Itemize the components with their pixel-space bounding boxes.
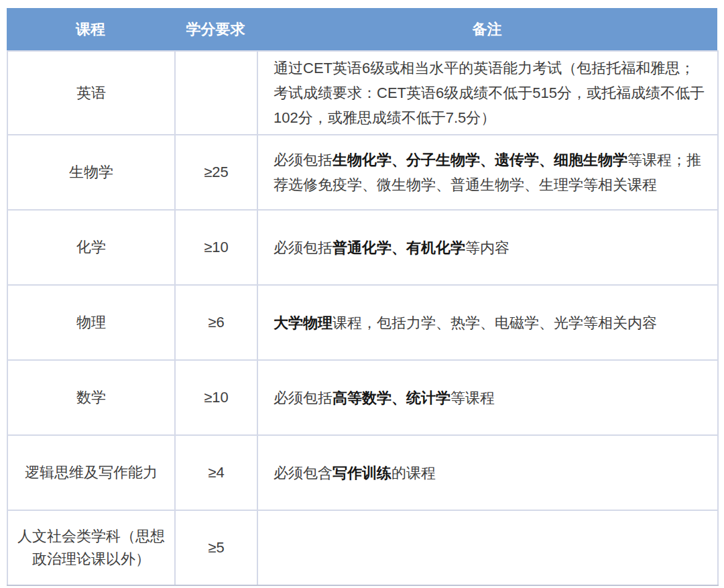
note-cell: 必须包含写作训练的课程 (257, 435, 718, 510)
table-grid: 英语通过CET英语6级或相当水平的英语能力考试（包括托福和雅思；考试成绩要求：C… (7, 50, 719, 586)
course-cell: 英语 (7, 51, 175, 135)
column-header-course: 课程 (7, 8, 174, 50)
note-bold-segment: 大学物理 (274, 314, 333, 331)
table-row: 英语通过CET英语6级或相当水平的英语能力考试（包括托福和雅思；考试成绩要求：C… (7, 51, 718, 135)
note-segment: 等内容 (465, 239, 509, 256)
note-bold-segment: 普通化学、有机化学 (333, 239, 465, 256)
note-cell: 通过CET英语6级或相当水平的英语能力考试（包括托福和雅思；考试成绩要求：CET… (257, 51, 718, 135)
requirements-table: 课程 学分要求 备注 英语通过CET英语6级或相当水平的英语能力考试（包括托福和… (7, 8, 717, 586)
note-cell: 必须包括普通化学、有机化学等内容 (257, 210, 718, 285)
table-row: 生物学≥25必须包括生物化学、分子生物学、遗传学、细胞生物学等课程；推荐选修免疫… (7, 135, 718, 210)
course-cell: 化学 (7, 210, 175, 285)
table-row: 数学≥10必须包括高等数学、统计学等课程 (7, 360, 718, 435)
table-header-row: 课程 学分要求 备注 (7, 8, 717, 50)
note-bold-segment: 高等数学、统计学 (333, 390, 450, 406)
note-segment: 课程，包括力学、热学、电磁学、光学等相关内容 (333, 314, 657, 331)
credit-cell: ≥4 (175, 435, 257, 510)
table-row: 人文社会类学科（思想政治理论课以外）≥5 (7, 510, 718, 585)
credit-cell: ≥10 (175, 360, 257, 435)
note-cell: 必须包括高等数学、统计学等课程 (257, 360, 718, 435)
credit-cell: ≥10 (175, 210, 257, 285)
note-cell: 大学物理课程，包括力学、热学、电磁学、光学等相关内容 (257, 285, 718, 360)
course-cell: 逻辑思维及写作能力 (7, 435, 175, 510)
credit-cell: ≥5 (175, 510, 257, 585)
note-cell (257, 510, 718, 585)
course-cell: 数学 (7, 360, 175, 435)
table-body: 英语通过CET英语6级或相当水平的英语能力考试（包括托福和雅思；考试成绩要求：C… (7, 51, 718, 585)
credit-cell: ≥25 (175, 135, 257, 210)
note-segment: 必须包含 (274, 465, 333, 481)
note-segment: 必须包括 (274, 239, 333, 256)
note-segment: 的课程 (391, 465, 436, 481)
table-row: 逻辑思维及写作能力≥4必须包含写作训练的课程 (7, 435, 718, 510)
column-header-credit: 学分要求 (174, 8, 257, 50)
note-cell: 必须包括生物化学、分子生物学、遗传学、细胞生物学等课程；推荐选修免疫学、微生物学… (257, 135, 718, 210)
course-cell: 生物学 (7, 135, 175, 210)
table-row: 物理≥6大学物理课程，包括力学、热学、电磁学、光学等相关内容 (7, 285, 718, 360)
credit-cell: ≥6 (175, 285, 257, 360)
note-segment: 等课程 (450, 390, 495, 406)
course-cell: 物理 (7, 285, 175, 360)
note-bold-segment: 写作训练 (333, 465, 391, 481)
table-row: 化学≥10必须包括普通化学、有机化学等内容 (7, 210, 718, 285)
note-bold-segment: 生物化学、分子生物学、遗传学、细胞生物学 (333, 152, 627, 168)
credit-cell (175, 51, 257, 135)
course-cell: 人文社会类学科（思想政治理论课以外） (7, 510, 175, 585)
note-segment: 必须包括 (274, 390, 333, 406)
note-segment: 必须包括 (274, 152, 333, 168)
column-header-note: 备注 (257, 8, 717, 50)
note-segment: 通过CET英语6级或相当水平的英语能力考试（包括托福和雅思；考试成绩要求：CET… (274, 60, 705, 126)
